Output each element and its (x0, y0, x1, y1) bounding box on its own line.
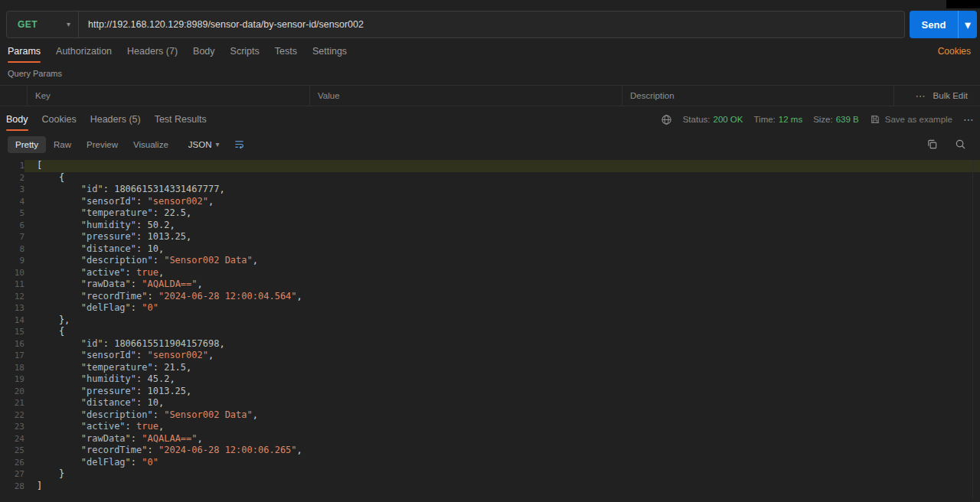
cookies-link[interactable]: Cookies (938, 46, 971, 57)
line-content: "recordTime": "2024-06-28 12:00:04.564", (24, 291, 980, 303)
code-line: 19 "humidity": 45.2, (0, 373, 980, 386)
code-line: 2 { (0, 172, 980, 184)
params-column-key[interactable]: Key (28, 86, 310, 106)
code-line: 11 "rawData": "AQALDA==", (0, 279, 980, 291)
send-options-chevron-icon[interactable]: ▾ (959, 11, 977, 38)
code-line: 25 "recordTime": "2024-06-28 12:00:06.26… (0, 445, 980, 457)
response-tab-cookies[interactable]: Cookies (42, 107, 77, 132)
line-number: 24 (0, 433, 24, 445)
request-bar: GET ▾ Send ▾ (6, 11, 977, 38)
code-line: 21 "distance": 10, (0, 397, 980, 409)
line-content: "description": "Sensor002 Data", (24, 409, 980, 422)
tab-settings[interactable]: Settings (312, 39, 347, 64)
line-content: [ (24, 160, 980, 172)
response-toolbar: Pretty Raw Preview Visualize JSON ▾ (0, 132, 980, 156)
time-label: Time: (753, 115, 775, 124)
line-number: 5 (0, 207, 24, 220)
line-content: "active": true, (24, 421, 980, 433)
line-number: 3 (0, 184, 24, 196)
params-column-description[interactable]: Description (622, 86, 894, 106)
code-line: 22 "description": "Sensor002 Data", (0, 409, 980, 422)
params-column-value[interactable]: Value (310, 86, 622, 106)
status-indicator: Status: 200 OK (683, 115, 743, 124)
tab-body[interactable]: Body (193, 39, 215, 64)
response-body-viewer[interactable]: 1[2 {3 "id": 1806615314331467777,4 "sens… (0, 160, 980, 492)
code-line: 15 { (0, 326, 980, 338)
code-line: 4 "sensorId": "sensor002", (0, 196, 980, 208)
line-number: 4 (0, 196, 24, 208)
bulk-edit-button[interactable]: Bulk Edit (933, 91, 968, 100)
code-line: 17 "sensorId": "sensor002", (0, 350, 980, 362)
line-number: 6 (0, 220, 24, 232)
code-line: 9 "description": "Sensor002 Data", (0, 255, 980, 267)
view-tab-pretty[interactable]: Pretty (8, 136, 46, 153)
search-icon (955, 139, 966, 150)
line-content: "description": "Sensor002 Data", (24, 255, 980, 267)
tab-authorization[interactable]: Authorization (56, 39, 112, 64)
bulk-edit-area: ⋯ Bulk Edit (894, 86, 980, 106)
line-content: "recordTime": "2024-06-28 12:00:06.265", (24, 445, 980, 457)
line-content: "sensorId": "sensor002", (24, 350, 980, 362)
line-number: 23 (0, 421, 24, 433)
view-tab-raw[interactable]: Raw (46, 136, 79, 153)
line-content: "humidity": 50.2, (24, 220, 980, 232)
response-tab-body[interactable]: Body (6, 107, 28, 132)
request-tabs: Params Authorization Headers (7) Body Sc… (0, 38, 980, 64)
size-value: 639 B (836, 115, 859, 124)
response-header: Body Cookies Headers (5) Test Results St… (0, 108, 980, 131)
response-tab-test-results[interactable]: Test Results (155, 107, 207, 132)
line-content: "distance": 10, (24, 243, 980, 256)
line-content: "temperature": 21.5, (24, 362, 980, 374)
line-content: { (24, 326, 980, 338)
code-scrollbar-track[interactable] (972, 160, 973, 500)
search-button[interactable] (955, 139, 966, 150)
line-number: 27 (0, 468, 24, 481)
window-chrome-corner (946, 0, 980, 8)
code-line: 23 "active": true, (0, 421, 980, 433)
method-label: GET (18, 19, 67, 30)
line-number: 16 (0, 338, 24, 350)
wrap-text-button[interactable] (234, 139, 245, 150)
copy-button[interactable] (926, 139, 938, 150)
line-number: 11 (0, 279, 24, 291)
code-lines: 1[2 {3 "id": 1806615314331467777,4 "sens… (0, 160, 980, 492)
send-button-label[interactable]: Send (910, 11, 959, 38)
save-as-example-button[interactable]: Save as example (870, 114, 952, 125)
tab-params[interactable]: Params (8, 39, 41, 64)
line-content: "active": true, (24, 267, 980, 279)
line-number: 20 (0, 386, 24, 398)
line-content: "humidity": 45.2, (24, 373, 980, 386)
line-content: "sensorId": "sensor002", (24, 196, 980, 208)
line-number: 1 (0, 160, 24, 172)
tab-tests[interactable]: Tests (275, 39, 297, 64)
format-select[interactable]: JSON ▾ (184, 137, 224, 152)
network-globe-icon[interactable] (661, 114, 672, 126)
line-number: 22 (0, 409, 24, 422)
wrap-text-icon (234, 139, 245, 150)
response-more-icon[interactable]: ⋯ (963, 113, 974, 126)
line-number: 19 (0, 373, 24, 386)
code-line: 27 } (0, 468, 980, 481)
line-number: 7 (0, 231, 24, 243)
view-tab-visualize[interactable]: Visualize (126, 136, 176, 153)
query-params-label: Query Params (8, 69, 980, 80)
status-label: Status: (683, 115, 710, 124)
line-content: { (24, 172, 980, 184)
code-line: 18 "temperature": 21.5, (0, 362, 980, 374)
line-number: 25 (0, 445, 24, 457)
line-number: 14 (0, 315, 24, 327)
line-content: "pressure": 1013.25, (24, 386, 980, 398)
params-more-icon[interactable]: ⋯ (916, 90, 926, 102)
code-line: 24 "rawData": "AQALAA==", (0, 433, 980, 445)
send-button[interactable]: Send ▾ (910, 11, 977, 38)
time-value: 12 ms (779, 115, 802, 124)
response-tab-headers[interactable]: Headers (5) (90, 107, 141, 132)
method-select[interactable]: GET ▾ (7, 11, 79, 37)
code-line: 3 "id": 1806615314331467777, (0, 184, 980, 196)
tab-scripts[interactable]: Scripts (230, 39, 260, 64)
line-number: 26 (0, 457, 24, 469)
url-input[interactable] (79, 11, 904, 37)
params-checkbox-column[interactable] (0, 86, 28, 106)
tab-headers[interactable]: Headers (7) (127, 39, 178, 64)
view-tab-preview[interactable]: Preview (79, 136, 126, 153)
